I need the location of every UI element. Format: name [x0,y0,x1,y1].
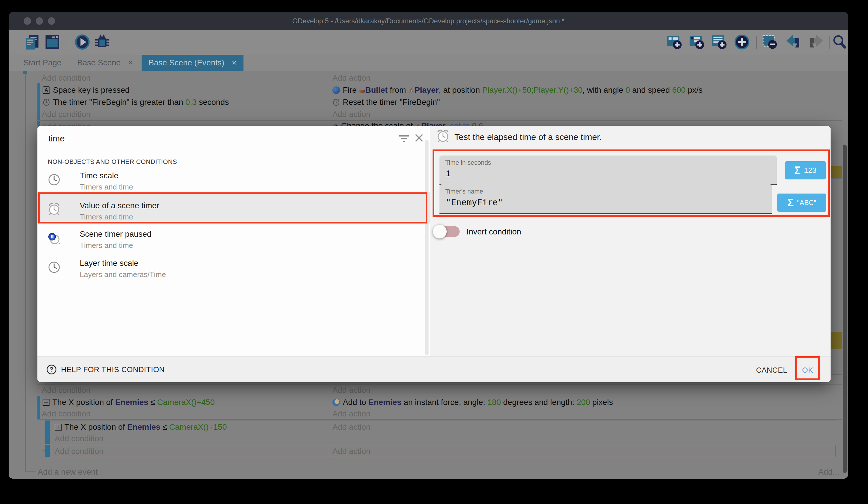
condition-text: The X position of Enemies ≤ CameraX()+15… [64,422,227,432]
toolbar-separator [829,36,830,49]
screenshot-root: GDevelop 5 - /Users/dkarakay/Documents/G… [0,0,868,504]
ok-button[interactable]: OK [802,366,813,375]
tab-bar: Start Page Base Scene × Base Scene (Even… [9,55,848,71]
add-action-row[interactable]: Add action [332,73,370,83]
add-condition-row[interactable]: Add condition [55,446,104,456]
tab-base-scene-events[interactable]: Base Scene (Events) × [142,55,244,71]
project-manager-icon[interactable] [24,34,40,50]
preview-play-icon[interactable] [74,34,90,50]
subevent-drag-bar[interactable] [45,445,50,457]
condition-text: The X position of Enemies ≤ CameraX()+45… [52,397,215,407]
search-input[interactable] [48,132,365,145]
timer-icon [43,99,50,106]
add-more-button[interactable]: Add... [818,467,839,477]
item-title: Time scale [80,171,118,180]
section-header: NON-OBJECTS AND OTHER CONDITIONS [48,158,177,165]
tab-close-icon[interactable]: × [128,58,133,67]
action-text: Add to Enemies an instant force, angle: … [343,397,613,407]
subevent-tree-line [42,433,45,433]
keyboard-icon: A [43,87,50,94]
timer-name-input[interactable] [445,197,753,208]
tab-label: Start Page [23,58,61,67]
dialog-footer: ? HELP FOR THIS CONDITION CANCEL OK [38,356,830,382]
close-icon[interactable] [414,133,424,143]
add-action-row[interactable]: Add action [332,385,370,395]
clock-icon [48,173,60,186]
event-tree-line [25,472,36,472]
filter-icon[interactable] [399,134,409,143]
item-title: Value of a scene timer [80,201,159,210]
undo-icon[interactable] [785,34,801,50]
field-label: Time in seconds [445,159,491,167]
cancel-button[interactable]: CANCEL [756,366,787,375]
add-new-event-button[interactable]: Add a new event [38,467,98,477]
condition-text: Space key is pressed [53,85,130,95]
action-row[interactable]: Reset the timer "FireBegin" [332,97,440,107]
selected-subevent[interactable] [51,445,836,457]
tab-start-page[interactable]: Start Page [16,55,69,71]
condition-detail-panel: Test the elapsed time of a scene timer. … [430,126,830,356]
debug-icon[interactable] [94,34,110,50]
field-label: Timer's name [445,188,483,195]
add-action-row[interactable]: Add action [332,109,370,119]
condition-description: Test the elapsed time of a scene timer. [454,132,602,142]
alarm-clock-icon [436,129,450,143]
alarm-clock-icon [48,203,60,215]
action-row[interactable]: Add to Enemies an instant force, angle: … [332,397,613,407]
string-expression-editor-button[interactable]: Σ "ABC" [777,193,826,212]
condition-row[interactable]: A Space key is pressed [43,85,130,95]
item-subtitle: Timers and time [80,213,133,221]
time-in-seconds-input[interactable] [445,168,757,179]
title-bar: GDevelop 5 - /Users/dkarakay/Documents/G… [9,12,848,30]
redo-icon[interactable] [808,34,824,50]
sigma-icon: Σ [794,164,800,177]
timer-name-field[interactable]: Timer's name [440,184,772,214]
condition-row[interactable]: The timer "FireBegin" is greater than 0.… [43,97,229,107]
toolbar-separator [756,36,757,49]
add-comment-icon[interactable] [711,34,727,50]
x-position-icon [43,399,50,406]
toggle-knob[interactable] [433,225,447,239]
events-scrollbar[interactable] [843,144,847,473]
search-icon[interactable] [832,34,847,50]
selected-divider [329,445,329,457]
event-tree-line [25,73,26,472]
add-condition-row[interactable]: Add condition [42,385,91,395]
choose-condition-dialog: NON-OBJECTS AND OTHER CONDITIONS Time sc… [38,126,830,382]
add-circle-icon[interactable] [734,34,750,50]
add-condition-row[interactable]: Add condition [42,109,91,119]
fire-bullet-icon [332,87,340,94]
tab-close-icon[interactable]: × [232,58,236,67]
time-in-seconds-field[interactable]: Time in seconds [440,155,777,185]
condition-row[interactable]: The X position of Enemies ≤ CameraX()+45… [43,397,215,407]
event-boundary [38,419,842,420]
add-sub-event-icon[interactable] [689,34,705,50]
add-event-icon[interactable] [666,34,683,50]
tab-label: Base Scene (Events) [148,58,224,67]
force-icon [332,399,340,406]
event-handle [23,71,27,74]
help-button[interactable]: ? HELP FOR THIS CONDITION [46,365,165,374]
button-label: "ABC" [797,199,816,207]
event-drag-bar[interactable] [38,396,40,419]
action-text: Reset the timer "FireBegin" [343,97,440,107]
add-condition-row[interactable]: Add condition [42,409,91,419]
event-drag-bar[interactable] [38,83,40,126]
list-scrollbar[interactable] [425,140,428,355]
item-subtitle: Timers and time [80,241,133,250]
condition-row[interactable]: The X position of Enemies ≤ CameraX()+15… [55,422,227,432]
expression-editor-button[interactable]: Σ 123 [785,161,826,179]
add-condition-row[interactable]: Add condition [42,73,91,83]
subevent-drag-bar[interactable] [45,421,50,444]
add-action-row[interactable]: Add action [332,446,370,456]
scene-editor-icon[interactable] [44,34,60,50]
action-row[interactable]: Fire Bullet from Player, at position Pla… [332,85,703,95]
delete-event-icon[interactable] [762,34,778,50]
item-subtitle: Layers and cameras/Time [80,270,166,279]
add-action-row[interactable]: Add action [332,422,370,432]
add-action-row[interactable]: Add action [332,409,370,419]
add-condition-row[interactable]: Add condition [55,434,104,444]
tab-base-scene[interactable]: Base Scene × [71,55,140,71]
window-title: GDevelop 5 - /Users/dkarakay/Documents/G… [9,12,848,30]
highlighted-event-sliver [830,166,842,178]
